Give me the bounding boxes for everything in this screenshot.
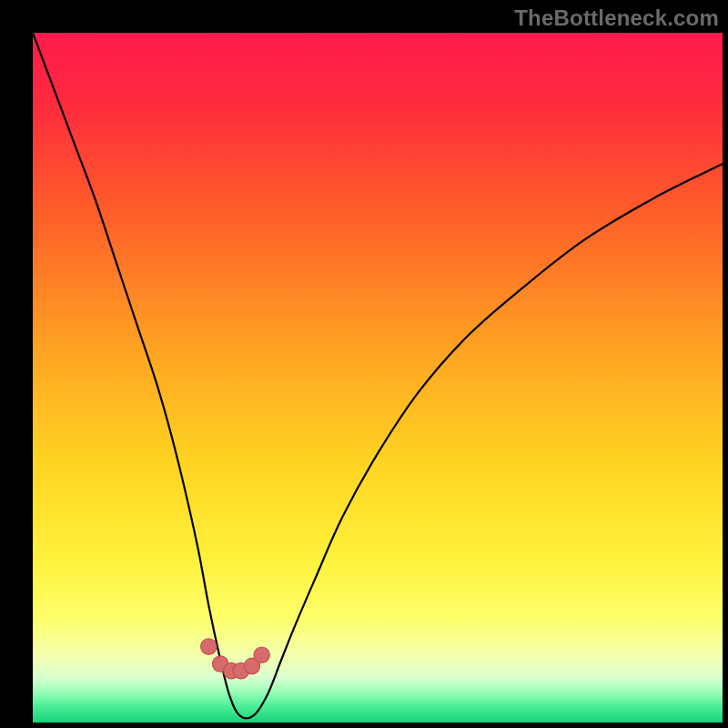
chart-frame: TheBottleneck.com [0, 0, 728, 728]
watermark-text: TheBottleneck.com [514, 5, 719, 31]
chart-svg [33, 33, 723, 723]
plot-area [33, 33, 723, 723]
curve-markers [201, 639, 270, 679]
curve-marker [254, 647, 269, 662]
curve-marker [201, 639, 217, 654]
bottleneck-curve [33, 33, 723, 718]
